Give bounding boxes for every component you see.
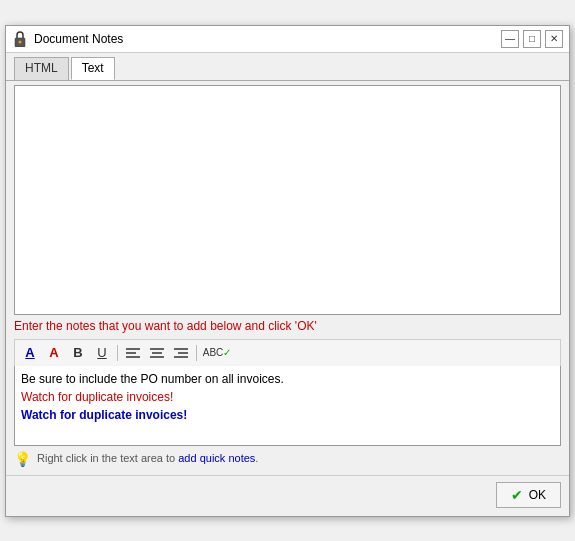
- content-area: Enter the notes that you want to add bel…: [6, 81, 569, 475]
- ok-checkmark-icon: ✔: [511, 487, 523, 503]
- align-left-icon: [126, 347, 140, 359]
- quick-notes-link[interactable]: add quick notes: [178, 452, 255, 464]
- ok-button[interactable]: ✔ OK: [496, 482, 561, 508]
- color-a-red-button[interactable]: A: [43, 343, 65, 363]
- align-left-button[interactable]: [122, 343, 144, 363]
- window-title: Document Notes: [34, 32, 501, 46]
- toolbar-separator: [117, 345, 118, 361]
- align-right-button[interactable]: [170, 343, 192, 363]
- window-icon: [12, 31, 28, 47]
- underline-button[interactable]: U: [91, 343, 113, 363]
- tab-bar: HTML Text: [6, 53, 569, 81]
- align-right-icon: [174, 347, 188, 359]
- hint-text-after: .: [255, 452, 258, 464]
- text-toolbar: A A B U: [14, 339, 561, 366]
- note-line-3: Watch for duplicate invoices!: [21, 406, 554, 424]
- underline-a-blue-icon: A: [25, 345, 34, 360]
- ok-label: OK: [529, 488, 546, 502]
- maximize-button[interactable]: □: [523, 30, 541, 48]
- minimize-button[interactable]: —: [501, 30, 519, 48]
- hint-icon: 💡: [14, 451, 31, 467]
- color-a-red-icon: A: [49, 345, 58, 360]
- toolbar-separator-2: [196, 345, 197, 361]
- titlebar: Document Notes — □ ✕: [6, 26, 569, 53]
- bold-button[interactable]: B: [67, 343, 89, 363]
- footer: ✔ OK: [6, 475, 569, 516]
- text-editor-area[interactable]: Be sure to include the PO number on all …: [14, 366, 561, 446]
- instruction-text: Enter the notes that you want to add bel…: [14, 319, 561, 333]
- underline-icon: U: [97, 345, 106, 360]
- html-display-pane: [14, 85, 561, 315]
- main-window: Document Notes — □ ✕ HTML Text Enter the…: [5, 25, 570, 517]
- note-line-1: Be sure to include the PO number on all …: [21, 370, 554, 388]
- window-controls: — □ ✕: [501, 30, 563, 48]
- note-line-2: Watch for duplicate invoices!: [21, 388, 554, 406]
- bold-icon: B: [73, 345, 82, 360]
- html-display-inner: [15, 86, 560, 94]
- spellcheck-icon: ABC✓: [203, 347, 232, 358]
- spellcheck-button[interactable]: ABC✓: [201, 343, 233, 363]
- hint-row: 💡 Right click in the text area to add qu…: [14, 452, 561, 467]
- hint-text-before: Right click in the text area to: [37, 452, 175, 464]
- hint-text: Right click in the text area to add quic…: [37, 452, 258, 464]
- close-button[interactable]: ✕: [545, 30, 563, 48]
- tab-text[interactable]: Text: [71, 57, 115, 80]
- svg-point-1: [19, 40, 22, 43]
- tab-html[interactable]: HTML: [14, 57, 69, 80]
- align-center-button[interactable]: [146, 343, 168, 363]
- underline-a-blue-button[interactable]: A: [19, 343, 41, 363]
- align-center-icon: [150, 347, 164, 359]
